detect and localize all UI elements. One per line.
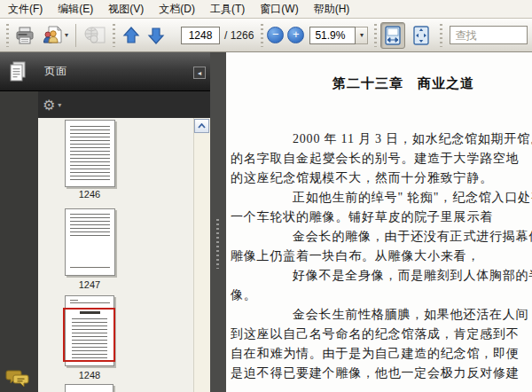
thumbnail-scrollbar[interactable] [193, 118, 210, 392]
arrow-up-icon [122, 26, 140, 45]
document-text-line: 自在和难为情。由于是为自己建造的纪念馆，即便 [231, 344, 532, 364]
thumbnail-page-1248-current[interactable] [65, 295, 114, 366]
thumbnail-text-lines [70, 126, 110, 181]
document-text-line: 到这座以自己名号命名的纪念馆落成，肯定感到不 [231, 325, 532, 344]
thumbnail-header-rule [70, 302, 110, 303]
fit-page-button[interactable] [409, 22, 434, 49]
thumbnail-page-next-partial[interactable] [65, 384, 113, 392]
panel-options-row: ⚙ ▾ [38, 91, 210, 118]
thumbnail-header-mark [70, 300, 78, 301]
arrow-down-icon [147, 26, 165, 45]
pages-icon [9, 60, 28, 83]
page-total-label: / 1266 [224, 29, 254, 42]
thumbnail-text-lines [70, 214, 110, 237]
toolbar: ▾ [0, 19, 532, 52]
fit-width-button[interactable] [380, 22, 405, 49]
fit-page-icon [411, 25, 431, 46]
thumbnail-label-current: 1248 [54, 370, 125, 380]
current-view-rectangle[interactable] [63, 308, 115, 362]
pages-panel-header: 页面 ◄ [0, 52, 210, 91]
menu-document[interactable]: 文档(D) [154, 0, 200, 19]
toolbar-grip[interactable] [374, 24, 377, 47]
panel-icon-strip [0, 91, 38, 392]
document-text-line: 金会长生前性格腼腆，如果他还活在人间，看 [231, 305, 532, 325]
menu-view[interactable]: 视图(V) [104, 0, 148, 19]
document-text-line: 正如他生前的绰号" 轮痴"，纪念馆入口处有 [231, 188, 532, 208]
document-lines: 2000 年 11 月 3 日，如水纪念馆如期开馆。它的名字取自金起燮会长的别号… [231, 129, 532, 383]
toolbar-separator [75, 24, 76, 47]
content-region: 页面 ◄ ⚙ ▾ [0, 52, 532, 392]
page-number-input[interactable] [181, 27, 220, 44]
menu-edit[interactable]: 编辑(E) [53, 0, 98, 19]
document-text-line: 2000 年 11 月 3 日，如水纪念馆如期开馆。它 [231, 129, 532, 149]
chevron-down-icon: ▾ [58, 101, 61, 109]
thumbnail-list: 1246 1247 1248 [38, 118, 210, 392]
menu-tools[interactable]: 工具(T) [206, 0, 249, 19]
share-people-icon [42, 26, 63, 45]
printer-icon [15, 27, 35, 44]
toolbar-grip[interactable] [261, 24, 263, 47]
thumbnail-footer-line [70, 267, 110, 268]
zoom-level-input[interactable] [309, 27, 356, 44]
document-text-line: 金会长的雕像，由于还没有正式进行揭幕仪式， [231, 227, 532, 247]
collapse-panel-button[interactable]: ◄ [193, 67, 206, 79]
review-online-button [82, 22, 107, 49]
print-button[interactable] [12, 22, 37, 49]
menu-help[interactable]: 帮助(H) [309, 0, 355, 19]
fit-width-icon [383, 25, 403, 46]
thumbnail-page-1247[interactable] [65, 208, 115, 276]
pdf-reader-window: 文件(F) 编辑(E) 视图(V) 文档(D) 工具(T) 窗口(W) 帮助(H… [0, 0, 532, 392]
gear-icon[interactable]: ⚙ [43, 97, 55, 114]
menu-window[interactable]: 窗口(W) [255, 0, 302, 19]
zoom-in-button[interactable]: + [287, 27, 304, 43]
chevron-down-icon: ▾ [65, 31, 68, 39]
toolbar-grip[interactable] [113, 24, 115, 47]
pages-panel-title: 页面 [44, 64, 67, 79]
menu-bar: 文件(F) 编辑(E) 视图(V) 文档(D) 工具(T) 窗口(W) 帮助(H… [0, 0, 532, 19]
chapter-title: 第二十三章 商业之道 [332, 75, 474, 92]
toolbar-grip[interactable] [440, 24, 442, 47]
document-text-line: 雕像上仍盖着一块白布。从雕像大小来看， [231, 247, 532, 266]
scroll-up-button[interactable] [194, 119, 209, 133]
sidebar-splitter[interactable] [210, 52, 226, 392]
document-text-line: 是迫不得已要建个雕像，他也一定会极力反对修建 [231, 364, 532, 383]
document-text-line: 像。 [231, 286, 532, 305]
document-text-line: 一个车轮状的雕像。铺好草皮的院子里展示着 [231, 208, 532, 227]
chevron-up-icon [198, 123, 206, 129]
document-text-line: 好像不是全身像，而是雕刻到人体胸部的半身 [231, 266, 532, 286]
thumbnail-label: 1246 [54, 189, 125, 200]
collaborate-button[interactable]: ▾ [41, 22, 69, 49]
globe-document-icon [83, 26, 106, 45]
previous-page-button[interactable] [119, 22, 144, 49]
splitter-grip-dots [216, 219, 219, 269]
search-input[interactable] [450, 26, 528, 44]
thumbnail-page-1246[interactable] [65, 120, 115, 187]
document-page: 第二十三章 商业之道 2000 年 11 月 3 日，如水纪念馆如期开馆。它的名… [226, 52, 532, 392]
comments-icon[interactable] [5, 367, 30, 388]
zoom-out-button[interactable]: − [267, 27, 284, 43]
toolbar-grip[interactable] [6, 24, 9, 47]
document-text-line: 的名字取自金起燮会长的别号。建造于大学路空地 [231, 149, 532, 169]
zoom-dropdown-button[interactable]: ▾ [356, 27, 368, 44]
document-text-line: 的这座纪念馆规模不大，然而十分雅致宁静。 [231, 169, 532, 188]
thumbnail-label: 1247 [54, 279, 125, 290]
next-page-button[interactable] [144, 22, 168, 49]
menu-file[interactable]: 文件(F) [4, 0, 47, 19]
